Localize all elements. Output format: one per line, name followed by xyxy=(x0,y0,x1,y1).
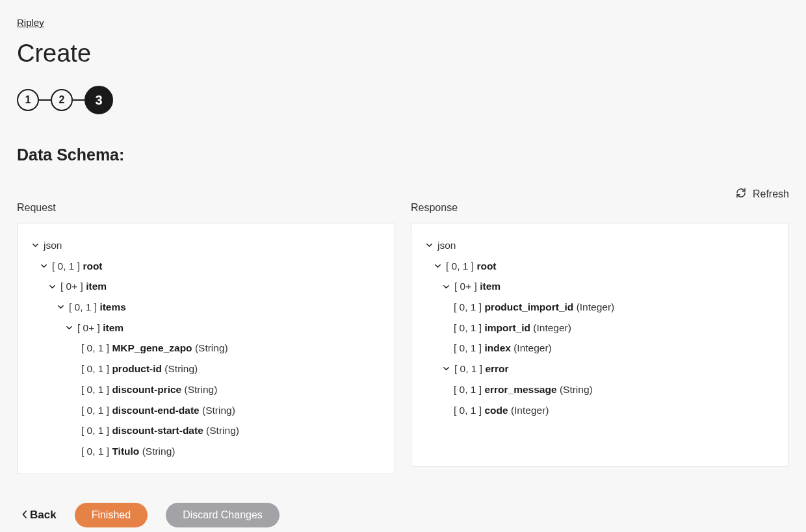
field-name: MKP_gene_zapo xyxy=(112,342,192,353)
finished-button[interactable]: Finished xyxy=(75,503,148,527)
field-name: item xyxy=(86,281,107,292)
section-title: Data Schema: xyxy=(17,146,789,164)
field-name: discount-price xyxy=(112,384,181,395)
chevron-left-icon xyxy=(22,509,27,522)
tree-node-label: [ 0, 1 ] product-id (String) xyxy=(81,362,198,376)
cardinality: [ 0, 1 ] xyxy=(81,425,109,436)
cardinality: [ 0, 1 ] xyxy=(454,322,482,333)
field-name: item xyxy=(103,322,124,333)
chevron-down-icon[interactable] xyxy=(64,324,73,331)
tree-node-label: [ 0, 1 ] MKP_gene_zapo (String) xyxy=(81,341,228,355)
stepper: 1 2 3 xyxy=(17,86,789,114)
response-panel: json[ 0, 1 ] root[ 0+ ] item[ 0, 1 ] pro… xyxy=(411,223,789,467)
field-name: error_message xyxy=(484,384,556,395)
field-name: root xyxy=(83,260,102,272)
response-tree-row: [ 0, 1 ] error xyxy=(424,359,775,379)
field-name: import_id xyxy=(484,322,530,333)
chevron-down-icon[interactable] xyxy=(47,283,57,290)
response-tree-row: [ 0, 1 ] error_message (String) xyxy=(424,379,775,400)
cardinality: [ 0, 1 ] xyxy=(81,384,109,395)
response-tree-row: [ 0+ ] item xyxy=(424,276,775,297)
tree-node-label: [ 0, 1 ] discount-end-date (String) xyxy=(81,403,235,418)
chevron-down-icon[interactable] xyxy=(39,262,48,270)
field-type: (Integer) xyxy=(511,405,549,416)
chevron-down-icon[interactable] xyxy=(31,242,40,249)
tree-node-label: [ 0, 1 ] error xyxy=(454,362,509,376)
cardinality: [ 0, 1 ] xyxy=(81,405,109,416)
breadcrumb-link[interactable]: Ripley xyxy=(17,17,44,28)
field-name: error xyxy=(485,363,508,374)
field-name: index xyxy=(484,342,510,353)
field-name: discount-end-date xyxy=(112,405,199,416)
cardinality: [ 0, 1 ] xyxy=(454,342,482,353)
request-tree-row: [ 0, 1 ] discount-price (String) xyxy=(31,379,382,400)
field-type: (Integer) xyxy=(533,322,571,333)
response-tree-row: json xyxy=(424,235,775,256)
back-button[interactable]: Back xyxy=(22,509,57,522)
field-name: code xyxy=(484,405,508,416)
response-tree-row: [ 0, 1 ] index (Integer) xyxy=(424,338,775,359)
discard-button[interactable]: Discard Changes xyxy=(166,503,280,527)
field-name: product-id xyxy=(112,363,162,374)
page-title: Create xyxy=(17,40,789,68)
tree-node-label: [ 0, 1 ] import_id (Integer) xyxy=(454,321,571,335)
step-2[interactable]: 2 xyxy=(51,89,73,111)
chevron-down-icon[interactable] xyxy=(441,365,450,372)
cardinality: [ 0, 1 ] xyxy=(454,405,482,416)
cardinality: [ 0, 1 ] xyxy=(81,446,109,457)
request-panel: json[ 0, 1 ] root[ 0+ ] item[ 0, 1 ] ite… xyxy=(17,223,395,474)
step-connector xyxy=(39,99,51,101)
tree-node-label: json xyxy=(437,238,456,253)
tree-node-label: [ 0, 1 ] root xyxy=(446,259,497,273)
field-name: product_import_id xyxy=(484,301,573,312)
cardinality: [ 0+ ] xyxy=(60,281,83,292)
cardinality: [ 0, 1 ] xyxy=(446,260,474,272)
field-name: root xyxy=(476,260,496,272)
field-name: items xyxy=(99,301,126,312)
request-tree-row: [ 0, 1 ] discount-end-date (String) xyxy=(31,400,382,421)
cardinality: [ 0, 1 ] xyxy=(81,342,109,353)
field-type: (String) xyxy=(185,384,218,395)
tree-node-label: [ 0, 1 ] code (Integer) xyxy=(454,403,549,418)
request-tree-row: [ 0, 1 ] root xyxy=(31,256,382,277)
field-type: (String) xyxy=(206,425,239,436)
back-label: Back xyxy=(30,509,57,522)
step-3[interactable]: 3 xyxy=(84,86,113,114)
tree-node-label: [ 0, 1 ] discount-start-date (String) xyxy=(81,424,239,438)
field-name: json xyxy=(437,240,456,251)
field-type: (String) xyxy=(560,384,593,395)
response-tree-row: [ 0, 1 ] import_id (Integer) xyxy=(424,318,775,338)
field-type: (Integer) xyxy=(514,342,552,353)
tree-node-label: [ 0, 1 ] items xyxy=(69,300,126,314)
tree-node-label: [ 0, 1 ] product_import_id (Integer) xyxy=(454,300,614,314)
field-name: Titulo xyxy=(112,446,139,457)
request-tree-row: [ 0, 1 ] product-id (String) xyxy=(31,359,382,379)
tree-node-label: [ 0, 1 ] discount-price (String) xyxy=(81,383,217,397)
tree-node-label: [ 0+ ] item xyxy=(454,279,500,294)
request-tree-row: [ 0+ ] item xyxy=(31,276,382,297)
chevron-down-icon[interactable] xyxy=(433,262,442,270)
cardinality: [ 0, 1 ] xyxy=(52,260,80,272)
tree-node-label: [ 0, 1 ] Titulo (String) xyxy=(81,444,175,459)
chevron-down-icon[interactable] xyxy=(441,283,450,290)
response-label: Response xyxy=(411,202,789,214)
refresh-button[interactable]: Refresh xyxy=(17,188,789,201)
cardinality: [ 0, 1 ] xyxy=(454,301,482,312)
request-tree-row: [ 0+ ] item xyxy=(31,318,382,338)
request-tree-row: [ 0, 1 ] items xyxy=(31,297,382,318)
request-tree-row: json xyxy=(31,235,382,256)
tree-node-label: [ 0+ ] item xyxy=(60,279,107,294)
response-tree-row: [ 0, 1 ] code (Integer) xyxy=(424,400,775,421)
tree-node-label: [ 0+ ] item xyxy=(77,321,124,335)
field-name: json xyxy=(44,240,62,251)
field-type: (Integer) xyxy=(577,301,615,312)
field-name: discount-start-date xyxy=(112,425,203,436)
chevron-down-icon[interactable] xyxy=(56,303,65,310)
step-connector xyxy=(73,99,84,101)
field-type: (String) xyxy=(202,405,235,416)
field-type: (String) xyxy=(142,446,176,457)
cardinality: [ 0, 1 ] xyxy=(81,363,109,374)
cardinality: [ 0, 1 ] xyxy=(454,384,482,395)
chevron-down-icon[interactable] xyxy=(424,242,434,249)
step-1[interactable]: 1 xyxy=(17,89,39,111)
